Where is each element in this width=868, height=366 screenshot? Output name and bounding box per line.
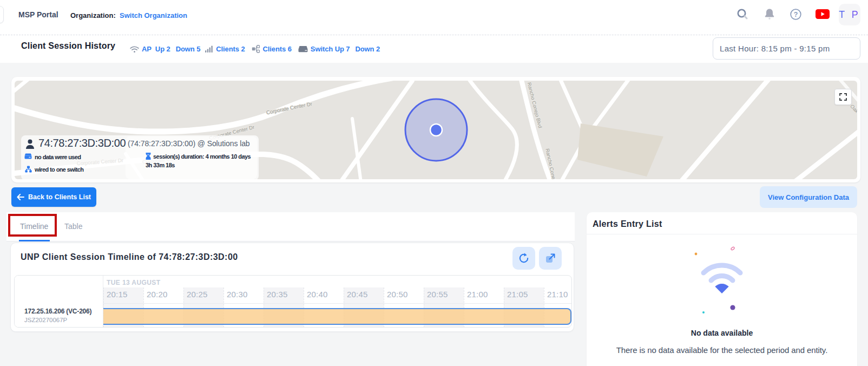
timeline-tick-label: 20:55 — [427, 290, 448, 299]
no-data-wifi-illustration — [684, 243, 760, 321]
time-range-picker[interactable]: Last Hour: 8:15 pm - 9:15 pm — [713, 37, 860, 60]
timeline-tick-label: 20:15 — [107, 290, 128, 299]
session-bar[interactable] — [103, 308, 571, 325]
signal-bars-icon — [205, 45, 213, 53]
wired-clients-icon — [252, 45, 260, 53]
timeline-tick-label: 21:10 — [547, 290, 568, 299]
client-info-overlay: 74:78:27:3D:3D:00 (74:78:27:3D:3D:00) @ … — [21, 135, 259, 179]
status-clients-wireless[interactable]: Clients 2 — [216, 45, 245, 53]
map[interactable]: Corporate Center Dr Corporate Center Dr … — [15, 81, 857, 179]
client-location-marker[interactable] — [405, 99, 467, 161]
tab-bar: Timeline Table — [6, 212, 575, 241]
timeline-card-title: UNP Client Session Timeline of 74:78:27:… — [21, 252, 238, 262]
status-ap-up[interactable]: Up 2 — [155, 45, 170, 53]
brand-title: MSP Portal — [18, 10, 58, 19]
page-title: Client Session History — [21, 41, 115, 51]
status-clients-wired[interactable]: Clients 6 — [263, 45, 292, 53]
organization-switch-link[interactable]: Switch Organization — [120, 11, 187, 19]
switch-icon — [298, 45, 308, 53]
no-data-title: No data available — [587, 329, 857, 337]
view-configuration-data-button[interactable]: View Configuration Data — [760, 186, 857, 208]
timeline-tick-label: 20:45 — [347, 290, 368, 299]
decor-dot-pink — [731, 246, 735, 250]
data-usage-text: no data were used — [35, 154, 81, 160]
session-duration: session(s) duration: 4 months 10 days 3h… — [146, 153, 254, 169]
org-status-row: AP Up 2 Down 5 Clients 2 Clients 6 Switc… — [130, 35, 385, 63]
no-data-message: There is no data available for the selec… — [587, 345, 857, 355]
timeline-tick-label: 20:25 — [187, 290, 208, 299]
timeline-tick-label: 20:20 — [147, 290, 168, 299]
user-avatar[interactable]: T P — [839, 4, 860, 25]
open-in-new-button[interactable] — [539, 247, 562, 270]
session-timeline-card: UNP Client Session Timeline of 74:78:27:… — [10, 243, 574, 332]
client-location-map-card: Corporate Center Dr Corporate Center Dr … — [11, 77, 860, 182]
back-to-clients-list-button[interactable]: Back to Clients List — [11, 187, 96, 207]
svg-text:?: ? — [794, 11, 798, 18]
search-icon[interactable] — [737, 8, 748, 20]
wired-switch-icon — [25, 166, 32, 173]
road-corporate-center-dr — [15, 81, 410, 132]
wired-switch-text: wired to one switch — [35, 166, 83, 173]
map-building — [577, 123, 663, 177]
alerts-card-title: Alerts Entry List — [593, 219, 662, 229]
client-location-text: (74:78:27:3D:3D:00) @ Solutions lab — [128, 139, 250, 148]
map-fullscreen-button[interactable] — [834, 89, 852, 105]
arrow-left-icon — [17, 194, 24, 200]
help-icon[interactable]: ? — [790, 9, 801, 20]
status-ap-label[interactable]: AP — [142, 45, 152, 53]
timeline-tick-label: 21:00 — [467, 290, 488, 299]
session-duration-text: session(s) duration: 4 months 10 days 3h… — [146, 153, 251, 168]
open-in-new-icon — [544, 252, 556, 264]
street-label: Corporate Center Dr — [266, 101, 313, 115]
alerts-divider — [587, 234, 857, 234]
timeline-tick-label: 21:05 — [507, 290, 528, 299]
sidebar-collapse-handle[interactable] — [0, 6, 4, 23]
organization-label: Organization: — [70, 11, 116, 19]
active-tab-indicator — [19, 240, 50, 241]
timeline-row-label: 172.25.16.206 (VC-206) — [24, 308, 91, 315]
street-label: Oak Tr — [849, 103, 857, 119]
person-icon — [25, 139, 35, 149]
alerts-entry-list-card: Alerts Entry List No data available Ther… — [587, 212, 857, 366]
back-button-label: Back to Clients List — [28, 193, 91, 201]
youtube-icon[interactable] — [816, 9, 830, 19]
decor-dot-orange — [695, 253, 698, 256]
decor-dot-purple — [730, 305, 735, 310]
vis-timeline-panel: 20:1520:2020:2520:3020:3520:4020:4520:50… — [14, 275, 572, 328]
timeline-tick-label: 20:35 — [267, 290, 288, 299]
timeline-tick-label: 20:50 — [387, 290, 408, 299]
refresh-button[interactable] — [512, 247, 535, 270]
timeline-group-label-column: 172.25.16.206 (VC-206) JSZ20270067P — [15, 276, 103, 327]
client-mac-address: 74:78:27:3D:3D:00 — [38, 137, 126, 149]
data-usage-icon — [24, 153, 32, 159]
timeline-axis-date: TUE 13 AUGUST — [107, 279, 160, 286]
status-switch-up[interactable]: Switch Up 7 — [311, 45, 350, 53]
time-range-value: Last Hour: 8:15 pm - 9:15 pm — [720, 44, 830, 53]
tab-table[interactable]: Table — [64, 222, 82, 231]
timeline-tick-label: 20:40 — [307, 290, 328, 299]
notifications-bell-icon[interactable] — [764, 8, 775, 20]
decor-dot-teal — [702, 311, 705, 313]
fullscreen-icon — [839, 93, 847, 101]
timeline-row-serial: JSZ20270067P — [24, 317, 67, 323]
hourglass-icon — [146, 153, 151, 160]
status-ap-down[interactable]: Down 5 — [176, 45, 201, 53]
avatar-initials: T P — [839, 9, 860, 21]
status-switch-down[interactable]: Down 2 — [355, 45, 380, 53]
timeline-tick-label: 20:30 — [227, 290, 248, 299]
topbar: MSP Portal Organization: Switch Organiza… — [0, 0, 868, 35]
wifi-ap-icon — [130, 45, 139, 53]
refresh-icon — [518, 252, 530, 264]
tab-timeline[interactable]: Timeline — [20, 222, 48, 231]
view-config-label: View Configuration Data — [768, 193, 849, 201]
